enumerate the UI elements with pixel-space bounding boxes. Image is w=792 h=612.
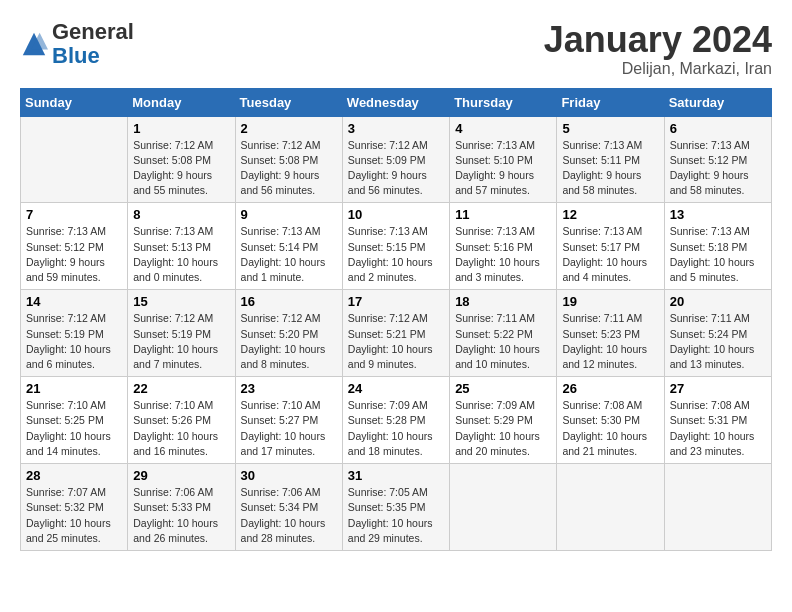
header-cell-friday: Friday [557, 88, 664, 116]
week-row-2: 7Sunrise: 7:13 AMSunset: 5:12 PMDaylight… [21, 203, 772, 290]
day-info: Sunrise: 7:05 AMSunset: 5:35 PMDaylight:… [348, 485, 444, 546]
week-row-4: 21Sunrise: 7:10 AMSunset: 5:25 PMDayligh… [21, 377, 772, 464]
day-number: 3 [348, 121, 444, 136]
day-info: Sunrise: 7:11 AMSunset: 5:23 PMDaylight:… [562, 311, 658, 372]
title-block: January 2024 Delijan, Markazi, Iran [544, 20, 772, 78]
calendar-cell: 21Sunrise: 7:10 AMSunset: 5:25 PMDayligh… [21, 377, 128, 464]
day-info: Sunrise: 7:13 AMSunset: 5:10 PMDaylight:… [455, 138, 551, 199]
day-number: 10 [348, 207, 444, 222]
day-info: Sunrise: 7:06 AMSunset: 5:34 PMDaylight:… [241, 485, 337, 546]
calendar-cell: 3Sunrise: 7:12 AMSunset: 5:09 PMDaylight… [342, 116, 449, 203]
day-info: Sunrise: 7:13 AMSunset: 5:14 PMDaylight:… [241, 224, 337, 285]
calendar-table: SundayMondayTuesdayWednesdayThursdayFrid… [20, 88, 772, 551]
day-info: Sunrise: 7:13 AMSunset: 5:15 PMDaylight:… [348, 224, 444, 285]
day-info: Sunrise: 7:11 AMSunset: 5:24 PMDaylight:… [670, 311, 766, 372]
day-number: 28 [26, 468, 122, 483]
calendar-cell [664, 464, 771, 551]
day-info: Sunrise: 7:13 AMSunset: 5:13 PMDaylight:… [133, 224, 229, 285]
calendar-cell: 28Sunrise: 7:07 AMSunset: 5:32 PMDayligh… [21, 464, 128, 551]
day-number: 30 [241, 468, 337, 483]
calendar-cell: 8Sunrise: 7:13 AMSunset: 5:13 PMDaylight… [128, 203, 235, 290]
day-number: 5 [562, 121, 658, 136]
logo-blue: Blue [52, 43, 100, 68]
day-number: 26 [562, 381, 658, 396]
day-number: 27 [670, 381, 766, 396]
header-cell-monday: Monday [128, 88, 235, 116]
calendar-cell: 24Sunrise: 7:09 AMSunset: 5:28 PMDayligh… [342, 377, 449, 464]
day-info: Sunrise: 7:09 AMSunset: 5:28 PMDaylight:… [348, 398, 444, 459]
calendar-cell: 22Sunrise: 7:10 AMSunset: 5:26 PMDayligh… [128, 377, 235, 464]
calendar-cell: 30Sunrise: 7:06 AMSunset: 5:34 PMDayligh… [235, 464, 342, 551]
header-cell-tuesday: Tuesday [235, 88, 342, 116]
header-cell-saturday: Saturday [664, 88, 771, 116]
day-number: 16 [241, 294, 337, 309]
day-info: Sunrise: 7:12 AMSunset: 5:08 PMDaylight:… [133, 138, 229, 199]
week-row-5: 28Sunrise: 7:07 AMSunset: 5:32 PMDayligh… [21, 464, 772, 551]
day-info: Sunrise: 7:12 AMSunset: 5:20 PMDaylight:… [241, 311, 337, 372]
calendar-cell: 18Sunrise: 7:11 AMSunset: 5:22 PMDayligh… [450, 290, 557, 377]
calendar-cell: 31Sunrise: 7:05 AMSunset: 5:35 PMDayligh… [342, 464, 449, 551]
day-info: Sunrise: 7:08 AMSunset: 5:31 PMDaylight:… [670, 398, 766, 459]
day-info: Sunrise: 7:12 AMSunset: 5:19 PMDaylight:… [26, 311, 122, 372]
month-year: January 2024 [544, 20, 772, 60]
logo-general: General [52, 19, 134, 44]
calendar-cell: 23Sunrise: 7:10 AMSunset: 5:27 PMDayligh… [235, 377, 342, 464]
week-row-3: 14Sunrise: 7:12 AMSunset: 5:19 PMDayligh… [21, 290, 772, 377]
calendar-cell: 16Sunrise: 7:12 AMSunset: 5:20 PMDayligh… [235, 290, 342, 377]
calendar-cell: 4Sunrise: 7:13 AMSunset: 5:10 PMDaylight… [450, 116, 557, 203]
calendar-cell: 14Sunrise: 7:12 AMSunset: 5:19 PMDayligh… [21, 290, 128, 377]
day-number: 24 [348, 381, 444, 396]
day-info: Sunrise: 7:10 AMSunset: 5:26 PMDaylight:… [133, 398, 229, 459]
calendar-cell: 20Sunrise: 7:11 AMSunset: 5:24 PMDayligh… [664, 290, 771, 377]
calendar-cell: 17Sunrise: 7:12 AMSunset: 5:21 PMDayligh… [342, 290, 449, 377]
day-number: 17 [348, 294, 444, 309]
location: Delijan, Markazi, Iran [544, 60, 772, 78]
day-info: Sunrise: 7:08 AMSunset: 5:30 PMDaylight:… [562, 398, 658, 459]
day-info: Sunrise: 7:13 AMSunset: 5:18 PMDaylight:… [670, 224, 766, 285]
day-info: Sunrise: 7:13 AMSunset: 5:17 PMDaylight:… [562, 224, 658, 285]
day-number: 9 [241, 207, 337, 222]
day-number: 18 [455, 294, 551, 309]
calendar-cell: 2Sunrise: 7:12 AMSunset: 5:08 PMDaylight… [235, 116, 342, 203]
day-number: 13 [670, 207, 766, 222]
header-cell-thursday: Thursday [450, 88, 557, 116]
day-info: Sunrise: 7:12 AMSunset: 5:21 PMDaylight:… [348, 311, 444, 372]
week-row-1: 1Sunrise: 7:12 AMSunset: 5:08 PMDaylight… [21, 116, 772, 203]
day-number: 1 [133, 121, 229, 136]
day-info: Sunrise: 7:10 AMSunset: 5:27 PMDaylight:… [241, 398, 337, 459]
day-number: 2 [241, 121, 337, 136]
calendar-cell [21, 116, 128, 203]
day-number: 8 [133, 207, 229, 222]
logo-text: General Blue [52, 20, 134, 68]
day-number: 19 [562, 294, 658, 309]
day-info: Sunrise: 7:07 AMSunset: 5:32 PMDaylight:… [26, 485, 122, 546]
day-number: 7 [26, 207, 122, 222]
logo: General Blue [20, 20, 134, 68]
calendar-cell: 9Sunrise: 7:13 AMSunset: 5:14 PMDaylight… [235, 203, 342, 290]
day-info: Sunrise: 7:13 AMSunset: 5:11 PMDaylight:… [562, 138, 658, 199]
day-info: Sunrise: 7:12 AMSunset: 5:08 PMDaylight:… [241, 138, 337, 199]
day-number: 23 [241, 381, 337, 396]
day-number: 15 [133, 294, 229, 309]
calendar-cell [557, 464, 664, 551]
calendar-cell: 19Sunrise: 7:11 AMSunset: 5:23 PMDayligh… [557, 290, 664, 377]
calendar-cell: 25Sunrise: 7:09 AMSunset: 5:29 PMDayligh… [450, 377, 557, 464]
calendar-cell: 5Sunrise: 7:13 AMSunset: 5:11 PMDaylight… [557, 116, 664, 203]
day-info: Sunrise: 7:09 AMSunset: 5:29 PMDaylight:… [455, 398, 551, 459]
calendar-cell: 7Sunrise: 7:13 AMSunset: 5:12 PMDaylight… [21, 203, 128, 290]
calendar-cell: 26Sunrise: 7:08 AMSunset: 5:30 PMDayligh… [557, 377, 664, 464]
day-number: 20 [670, 294, 766, 309]
logo-icon [20, 30, 48, 58]
day-number: 4 [455, 121, 551, 136]
calendar-cell: 10Sunrise: 7:13 AMSunset: 5:15 PMDayligh… [342, 203, 449, 290]
calendar-cell: 11Sunrise: 7:13 AMSunset: 5:16 PMDayligh… [450, 203, 557, 290]
calendar-cell [450, 464, 557, 551]
calendar-cell: 27Sunrise: 7:08 AMSunset: 5:31 PMDayligh… [664, 377, 771, 464]
calendar-cell: 15Sunrise: 7:12 AMSunset: 5:19 PMDayligh… [128, 290, 235, 377]
day-number: 25 [455, 381, 551, 396]
day-info: Sunrise: 7:12 AMSunset: 5:19 PMDaylight:… [133, 311, 229, 372]
calendar-cell: 13Sunrise: 7:13 AMSunset: 5:18 PMDayligh… [664, 203, 771, 290]
day-number: 31 [348, 468, 444, 483]
calendar-cell: 1Sunrise: 7:12 AMSunset: 5:08 PMDaylight… [128, 116, 235, 203]
day-number: 29 [133, 468, 229, 483]
